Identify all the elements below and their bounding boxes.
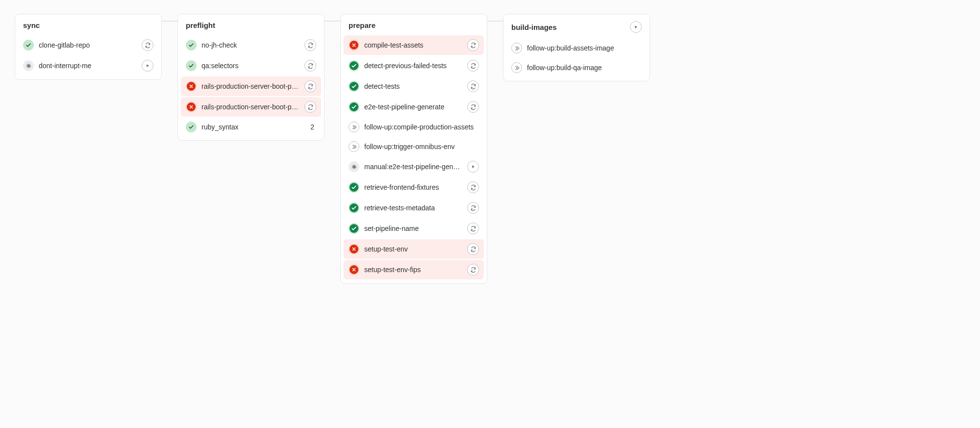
job-name: follow-up:build-assets-image [527,44,642,52]
job-name: retrieve-tests-metadata [364,204,462,212]
status-failed-icon [186,101,197,112]
retry-button[interactable] [467,39,479,51]
pipeline-job[interactable]: detect-previous-failed-tests [344,56,484,76]
pipeline-job[interactable]: detect-tests [344,76,484,96]
status-failed-icon [349,244,359,254]
stage-connector [325,21,340,22]
job-name: manual:e2e-test-pipeline-generate [364,163,462,171]
job-name: rails-production-server-boot-puma-exam..… [201,103,300,111]
stage-header: prepare [344,19,484,34]
retry-button[interactable] [467,181,479,193]
job-name: ruby_syntax [201,123,305,131]
status-manual-icon [349,161,359,172]
pipeline-job[interactable]: compile-test-assets [344,35,484,55]
stage-connector [162,21,177,22]
job-name: e2e-test-pipeline-generate [364,103,462,111]
pipeline-job[interactable]: ruby_syntax2 [181,118,321,136]
retry-button[interactable] [467,60,479,72]
pipeline-job[interactable]: clone-gitlab-repo [18,35,158,55]
stage-header: preflight [181,19,321,34]
job-name: follow-up:trigger-omnibus-env [364,143,479,151]
job-count: 2 [310,123,316,131]
retry-button[interactable] [467,202,479,214]
status-success-icon [349,81,359,92]
status-skipped-icon [511,43,522,53]
stage-title: preflight [186,21,215,29]
status-success-icon [349,223,359,234]
status-failed-icon [349,40,359,50]
status-success-icon [349,60,359,71]
pipeline-job[interactable]: e2e-test-pipeline-generate [344,97,484,117]
pipeline-job[interactable]: set-pipeline-name [344,219,484,238]
job-name: set-pipeline-name [364,225,462,232]
status-failed-icon [349,264,359,275]
status-success-icon [186,60,197,71]
stage-title: prepare [349,21,376,29]
status-skipped-icon [349,122,359,132]
retry-button[interactable] [142,39,153,51]
pipeline-job[interactable]: retrieve-tests-metadata [344,198,484,218]
pipeline-job[interactable]: setup-test-env [344,239,484,259]
play-button[interactable] [467,161,479,173]
pipeline-job[interactable]: dont-interrupt-me [18,56,158,76]
pipeline-job[interactable]: qa:selectors [181,56,321,76]
job-name: no-jh-check [201,41,300,49]
pipeline-job[interactable]: no-jh-check [181,35,321,55]
stage-connector [487,21,503,22]
job-name: dont-interrupt-me [39,62,137,70]
play-button[interactable] [142,60,153,72]
retry-button[interactable] [467,243,479,255]
job-name: rails-production-server-boot-puma-cng [201,82,300,90]
pipeline-job[interactable]: rails-production-server-boot-puma-exam..… [181,97,321,117]
status-manual-icon [23,60,34,71]
job-name: follow-up:compile-production-assets [364,123,479,131]
pipeline-job[interactable]: retrieve-frontend-fixtures [344,177,484,197]
job-name: retrieve-frontend-fixtures [364,183,462,191]
retry-button[interactable] [467,264,479,276]
pipeline-job[interactable]: setup-test-env-fips [344,260,484,279]
job-name: detect-tests [364,82,462,90]
pipeline-job[interactable]: follow-up:compile-production-assets [344,118,484,136]
retry-button[interactable] [304,60,316,72]
status-skipped-icon [349,141,359,152]
retry-button[interactable] [467,223,479,234]
retry-button[interactable] [467,80,479,92]
stage-build-images: build-imagesfollow-up:build-assets-image… [503,14,650,81]
stage-header: build-images [506,19,647,38]
retry-button[interactable] [467,101,479,113]
stage-preflight: preflightno-jh-checkqa:selectorsrails-pr… [177,14,325,141]
stage-play-all-button[interactable] [630,21,642,33]
status-failed-icon [186,81,197,92]
status-success-icon [349,101,359,112]
retry-button[interactable] [304,39,316,51]
pipeline-job[interactable]: follow-up:trigger-omnibus-env [344,137,484,156]
status-success-icon [186,40,197,50]
stage-header: sync [18,19,158,34]
job-name: setup-test-env [364,245,462,253]
job-name: clone-gitlab-repo [39,41,137,49]
status-success-icon [349,202,359,213]
job-name: compile-test-assets [364,41,462,49]
job-name: qa:selectors [201,62,300,70]
stage-prepare: preparecompile-test-assetsdetect-previou… [340,14,487,284]
stage-title: sync [23,21,40,29]
pipeline-job[interactable]: follow-up:build-qa-image [506,58,647,77]
pipeline-job[interactable]: manual:e2e-test-pipeline-generate [344,157,484,176]
retry-button[interactable] [304,101,316,113]
status-success-icon [186,122,197,132]
status-success-icon [349,182,359,193]
job-name: setup-test-env-fips [364,266,462,274]
retry-button[interactable] [304,80,316,92]
stage-sync: syncclone-gitlab-repodont-interrupt-me [15,14,162,80]
status-success-icon [23,40,34,50]
status-skipped-icon [511,62,522,73]
job-name: follow-up:build-qa-image [527,64,642,72]
pipeline-job[interactable]: rails-production-server-boot-puma-cng [181,76,321,96]
stage-title: build-images [511,23,557,31]
job-name: detect-previous-failed-tests [364,62,462,70]
pipeline-job[interactable]: follow-up:build-assets-image [506,39,647,57]
